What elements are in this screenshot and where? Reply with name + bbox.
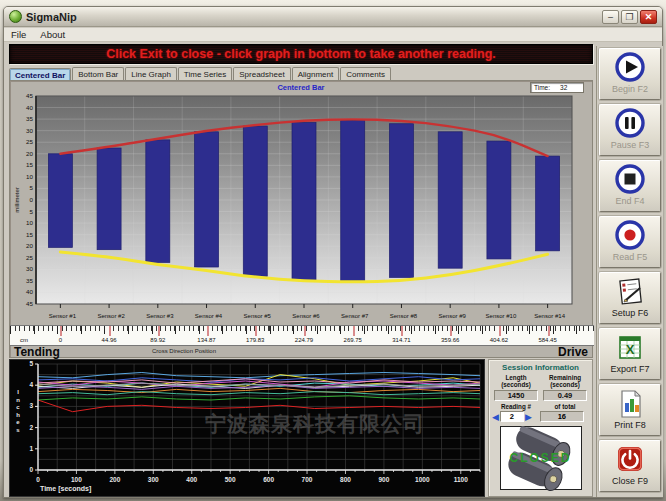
action-sidebar: Begin F2Pause F3End F4Read F5Setup F6XEx…	[596, 46, 663, 497]
svg-text:20: 20	[26, 150, 33, 157]
tab-strip: Centered BarBottom BarLine GraphTime Ser…	[9, 65, 392, 80]
ruler-sensor-tick	[158, 326, 160, 336]
menu-item-file[interactable]: File	[4, 29, 33, 40]
ruler-value-8: 314.71	[392, 337, 410, 343]
restore-button[interactable]: ❐	[621, 10, 638, 24]
ruler-value-10: 404.62	[490, 337, 508, 343]
title-bar: SigmaNip –❐✕	[4, 7, 662, 27]
time-box: Time: 32	[530, 82, 584, 93]
button-label: Print F8	[614, 420, 646, 430]
axis-label-row: Tending Cross Direction Position Drive	[10, 347, 594, 359]
svg-text:25: 25	[26, 254, 33, 261]
ruler-value-3: 89.92	[150, 337, 165, 343]
svg-text:n: n	[16, 397, 20, 403]
sensor-label-7: Sensor #7	[341, 313, 368, 319]
svg-text:400: 400	[186, 476, 197, 483]
sensor-label-11: Sensor #14	[534, 313, 565, 319]
close-f9-button[interactable]: Close F9	[599, 440, 661, 492]
window-title: SigmaNip	[26, 11, 77, 23]
ruler-value-7: 269.75	[344, 337, 362, 343]
button-label: Read F5	[613, 252, 648, 262]
tab-comments[interactable]: Comments	[340, 67, 391, 80]
menu-bar: FileAbout	[4, 28, 662, 42]
ruler-sensor-tick	[353, 326, 355, 336]
record-icon	[613, 217, 647, 255]
svg-text:100: 100	[71, 476, 82, 483]
svg-text:5: 5	[30, 184, 34, 191]
session-information-panel: Session Information Length(seconds) Rema…	[488, 359, 593, 497]
close-button[interactable]: ✕	[640, 10, 657, 24]
next-reading-arrow-icon[interactable]: ▶	[525, 412, 532, 422]
button-label: Close F9	[612, 476, 648, 486]
time-series-chart[interactable]: 0123450100200300400500600700800900100011…	[10, 360, 484, 496]
ruler-sensor-tick	[109, 326, 111, 336]
ruler-sensor-tick	[548, 326, 550, 336]
minimize-button[interactable]: –	[602, 10, 619, 24]
svg-text:1: 1	[29, 445, 33, 452]
centered-bar-chart: 45403530252015105051015202530354045milli…	[12, 94, 592, 310]
tab-line-graph[interactable]: Line Graph	[125, 67, 177, 80]
ruler-medium-ticks	[10, 326, 594, 334]
stop-icon	[613, 161, 647, 199]
tab-bottom-bar[interactable]: Bottom Bar	[72, 67, 124, 80]
ruler-value-11: 584.45	[538, 337, 556, 343]
setup-f6-button[interactable]: Setup F6	[599, 272, 661, 324]
svg-text:45: 45	[26, 300, 33, 307]
svg-text:0: 0	[36, 476, 40, 483]
tab-time-series[interactable]: Time Series	[178, 67, 232, 80]
sensor-label-row: Sensor #1Sensor #2Sensor #3Sensor #4Sens…	[12, 313, 592, 323]
tab-spreadsheet[interactable]: Spreadsheet	[233, 67, 290, 80]
cross-direction-ruler: cm 044.9689.92134.87179.83224.79269.7531…	[10, 325, 594, 346]
button-label: End F4	[615, 196, 644, 206]
previous-reading-arrow-icon[interactable]: ◀	[492, 412, 499, 422]
marquee-banner: Click Exit to close - click graph in bot…	[9, 44, 593, 64]
ruler-value-2: 44.96	[102, 337, 117, 343]
sensor-label-4: Sensor #4	[195, 313, 222, 319]
svg-text:I: I	[17, 389, 19, 395]
svg-text:20: 20	[26, 242, 33, 249]
svg-text:15: 15	[26, 161, 33, 168]
svg-text:s: s	[16, 427, 20, 433]
svg-text:800: 800	[340, 476, 351, 483]
svg-text:40: 40	[26, 288, 33, 295]
svg-text:25: 25	[26, 138, 33, 145]
time-label: Time:	[534, 84, 550, 91]
ruler-sensor-tick	[499, 326, 501, 336]
sensor-label-2: Sensor #2	[97, 313, 124, 319]
ruler-value-5: 179.83	[246, 337, 264, 343]
read-f5-button[interactable]: Read F5	[599, 216, 661, 268]
svg-text:500: 500	[225, 476, 236, 483]
begin-f2-button[interactable]: Begin F2	[599, 48, 661, 100]
sensor-label-10: Sensor #10	[486, 313, 517, 319]
tab-alignment[interactable]: Alignment	[292, 67, 340, 80]
reading-number-label: Reading #	[492, 403, 540, 410]
ruler-value-6: 224.79	[295, 337, 313, 343]
menu-item-about[interactable]: About	[33, 29, 72, 40]
window-controls: –❐✕	[602, 10, 662, 24]
excel-icon: X	[613, 329, 647, 367]
svg-text:h: h	[16, 412, 20, 418]
power-icon	[613, 441, 647, 479]
svg-text:10: 10	[26, 173, 33, 180]
end-f4-button[interactable]: End F4	[599, 160, 661, 212]
button-label: Export F7	[610, 364, 649, 374]
cross-direction-position-label: Cross Direction Position	[152, 348, 216, 354]
svg-text:0: 0	[30, 196, 34, 203]
svg-text:200: 200	[109, 476, 120, 483]
sensor-label-6: Sensor #6	[292, 313, 319, 319]
svg-text:4: 4	[29, 381, 33, 388]
print-f8-button[interactable]: Print F8	[599, 384, 661, 436]
button-label: Setup F6	[612, 308, 649, 318]
export-f7-button[interactable]: XExport F7	[599, 328, 661, 380]
tending-time-chart[interactable]: 0123450100200300400500600700800900100011…	[9, 359, 485, 497]
total-readings-value: 16	[540, 411, 584, 422]
remaining-value: 0.49	[543, 390, 587, 401]
chart-title: Centered Bar	[10, 83, 592, 92]
svg-text:5: 5	[29, 360, 33, 367]
marquee-text: Click Exit to close - click graph in bot…	[106, 47, 496, 61]
chart-document-icon	[613, 385, 647, 423]
svg-text:millimeter: millimeter	[14, 187, 20, 213]
app-icon	[9, 10, 22, 23]
svg-text:30: 30	[26, 127, 33, 134]
pause-f3-button[interactable]: Pause F3	[599, 104, 661, 156]
